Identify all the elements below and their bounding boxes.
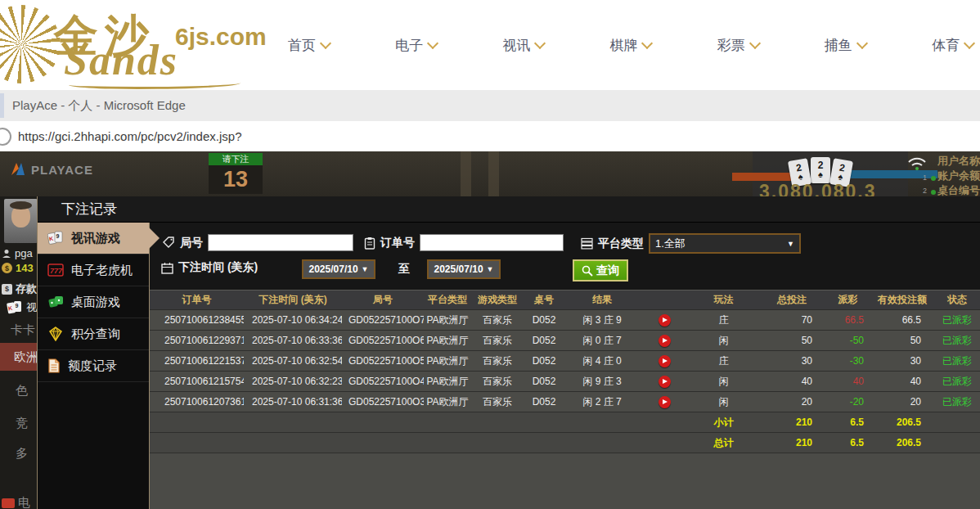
titlebar-accent (0, 93, 4, 118)
rail-tab-dianzi[interactable]: 电 (2, 495, 30, 509)
session-info: 用户名称 账户余额 桌台编号 (937, 154, 980, 198)
nav-item-slots[interactable]: 电子 (395, 36, 437, 55)
gem-icon (47, 327, 64, 341)
modal-titlebar: 下注记录 (38, 196, 980, 223)
cell-platform: PA欧洲厅 (424, 372, 471, 392)
cell-status: 已派彩 (934, 351, 980, 372)
col-platform: 平台类型 (424, 291, 471, 310)
sidebar-item-credit-records[interactable]: 额度记录 (38, 350, 149, 382)
dollar-icon: $ (2, 284, 12, 295)
replay-button[interactable] (659, 376, 671, 388)
cell-time: 2025-07-10 06:32:23 (244, 372, 342, 392)
nav-item-sports[interactable]: 体育 (932, 36, 973, 55)
cell-table: D052 (524, 351, 564, 372)
sidebar-item-slots[interactable]: 777 电子老虎机 (38, 254, 149, 286)
round-label: 局号 (180, 236, 203, 250)
table-row: 250710061215754 2025-07-10 06:32:23 GD05… (150, 372, 980, 392)
search-button[interactable]: 查询 (573, 259, 628, 282)
cell-table: D052 (524, 392, 564, 412)
cell-platform: PA欧洲厅 (424, 392, 471, 412)
nav-item-board[interactable]: 棋牌 (609, 36, 651, 55)
bet-records-modal: 下注记录 9 K 视讯游戏 (37, 196, 980, 509)
replay-button[interactable] (659, 314, 671, 327)
round-filter: 局号 (163, 234, 353, 251)
nav-item-live[interactable]: 视讯 (502, 36, 544, 55)
cell-total-bet: 40 (758, 372, 825, 392)
sidebar-item-points[interactable]: 积分查询 (38, 318, 149, 350)
slot-777-icon: 777 (47, 264, 64, 277)
wifi-icon (906, 155, 928, 172)
platform-select[interactable]: 1.全部 ▼ (649, 233, 801, 254)
results-table-zone: 订单号 下注时间 (美东) 局号 平台类型 游戏类型 桌号 结果 玩法 总 (150, 290, 980, 509)
replay-button[interactable] (659, 396, 671, 408)
replay-button[interactable] (659, 355, 671, 367)
cell-valid-bet: 40 (870, 372, 934, 392)
table-row: 250710061221537 2025-07-10 06:32:54 GD05… (150, 351, 980, 372)
cell-valid-bet: 66.5 (870, 310, 934, 331)
sidebar-item-live-games[interactable]: 9 K 视讯游戏 (38, 223, 149, 254)
subtotal-bet: 210 (758, 412, 825, 433)
total-label: 总计 (689, 433, 758, 453)
calendar-icon (161, 262, 173, 274)
refresh-icon[interactable] (0, 128, 11, 146)
chevron-down-icon (641, 38, 653, 49)
cell-status: 已派彩 (934, 310, 980, 331)
rail-tab-kaka[interactable]: 卡卡 (11, 322, 35, 338)
play-icon (663, 318, 668, 322)
date-to-picker[interactable]: 2025/07/10 ▼ (427, 259, 501, 279)
replay-button[interactable] (659, 335, 671, 347)
list-icon (581, 237, 593, 250)
url-bar[interactable]: https://gci.2hhapi.com/pc/pcv2/index.jsp… (0, 121, 980, 152)
col-status: 状态 (934, 291, 980, 310)
nav-item-lottery[interactable]: 彩票 (717, 36, 759, 55)
countdown-timer: 13 (209, 165, 263, 194)
rail-tab-jing[interactable]: 竞 (16, 416, 28, 431)
cell-result: 闲 0 庄 7 (564, 331, 640, 351)
deposit-button[interactable]: $ 存款 (2, 282, 37, 296)
date-from-picker[interactable]: 2025/07/10 ▼ (302, 259, 375, 279)
cell-total-bet: 30 (758, 351, 825, 372)
main-nav: 首页 电子 视讯 棋牌 彩票 捕鱼 体育 (288, 0, 973, 90)
cell-platform: PA欧洲厅 (424, 351, 471, 372)
bet-records-table: 订单号 下注时间 (美东) 局号 平台类型 游戏类型 桌号 结果 玩法 总 (150, 291, 980, 453)
game-background: PLAYACE 请下注 13 2♠ 2♠ 2♠ 3,080,080.3 用户名称… (0, 151, 980, 509)
subtotal-label: 小计 (689, 412, 758, 433)
rail-video-tab[interactable]: 9 K 视 (7, 300, 37, 315)
cell-round: GD052257100O5 (342, 351, 424, 372)
col-time: 下注时间 (美东) (244, 291, 342, 310)
col-replay (640, 291, 689, 310)
playace-logo: PLAYACE (10, 161, 93, 178)
table-header-row: 订单号 下注时间 (美东) 局号 平台类型 游戏类型 桌号 结果 玩法 总 (150, 291, 980, 310)
cell-order: 250710061238455 (150, 310, 244, 331)
table-row: 250710061238455 2025-07-10 06:34:24 GD05… (150, 310, 980, 331)
rail-tab-se[interactable]: 色 (16, 383, 28, 399)
status-dot (931, 176, 936, 181)
rail-tab-duo[interactable]: 多 (16, 446, 28, 462)
cell-order: 250710061207361 (150, 392, 244, 412)
sidebar-item-table-games[interactable]: 桌面游戏 (38, 286, 149, 318)
cell-round: GD052257100O3 (342, 392, 424, 412)
cell-round: GD052257100O4 (342, 372, 424, 392)
tag-icon (163, 236, 175, 249)
col-table: 桌号 (524, 291, 564, 310)
document-icon (47, 358, 61, 373)
chevron-down-icon (964, 38, 975, 49)
bet-prompt-badge: 请下注 (209, 153, 263, 165)
cell-total-bet: 50 (758, 331, 825, 351)
col-result: 结果 (564, 291, 640, 310)
cell-status: 已派彩 (934, 331, 980, 351)
cell-result: 闲 2 庄 7 (564, 392, 640, 412)
cell-result: 闲 3 庄 9 (564, 310, 640, 331)
nav-item-fishing[interactable]: 捕鱼 (825, 36, 866, 55)
rail-tab-europe[interactable]: 欧洲 (0, 343, 38, 371)
order-input[interactable] (420, 234, 564, 251)
total-valid: 206.5 (870, 433, 934, 453)
cell-order: 250710061221537 (150, 351, 244, 372)
nav-item-home[interactable]: 首页 (288, 36, 330, 55)
avatar[interactable] (4, 199, 38, 243)
play-icon (663, 338, 668, 343)
round-input[interactable] (208, 234, 353, 251)
svg-text:9: 9 (16, 303, 19, 309)
cell-payout: 40 (825, 372, 870, 392)
chevron-down-icon (856, 38, 868, 49)
